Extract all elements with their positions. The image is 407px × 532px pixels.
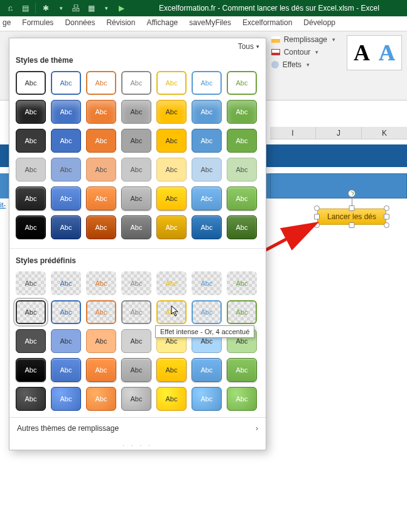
style-swatch[interactable]: Abc: [227, 158, 257, 182]
qat-icon-8[interactable]: ▶: [115, 3, 128, 14]
style-swatch[interactable]: Abc: [86, 300, 116, 324]
style-swatch[interactable]: Abc: [51, 100, 81, 124]
resize-handle-sw[interactable]: [314, 222, 320, 228]
style-swatch[interactable]: Abc: [192, 387, 222, 411]
style-swatch[interactable]: Abc: [121, 71, 151, 95]
style-swatch[interactable]: Abc: [227, 271, 257, 295]
style-swatch[interactable]: Abc: [16, 271, 46, 295]
wordart-preset-black[interactable]: A: [354, 40, 370, 66]
style-swatch[interactable]: Abc: [16, 300, 46, 324]
style-swatch[interactable]: Abc: [86, 187, 116, 210]
ribbon-tab[interactable]: saveMyFiles: [189, 16, 231, 31]
resize-handle-ne[interactable]: [384, 205, 389, 211]
style-swatch[interactable]: Abc: [121, 158, 151, 182]
style-swatch[interactable]: Abc: [192, 158, 222, 182]
qat-icon-1[interactable]: ⎌: [4, 3, 16, 14]
ribbon-tab[interactable]: Formules: [22, 16, 53, 31]
style-swatch[interactable]: Abc: [51, 387, 81, 411]
resize-handle-w[interactable]: [314, 214, 320, 220]
style-swatch[interactable]: Abc: [51, 271, 81, 295]
style-swatch[interactable]: Abc: [121, 329, 151, 353]
style-swatch[interactable]: Abc: [121, 387, 151, 411]
ribbon-tab[interactable]: Affichage: [146, 16, 178, 31]
style-swatch[interactable]: Abc: [156, 358, 187, 382]
style-swatch[interactable]: Abc: [156, 271, 187, 295]
resize-handle-se[interactable]: [384, 222, 389, 228]
style-swatch[interactable]: Abc: [227, 300, 257, 324]
style-swatch[interactable]: Abc: [227, 71, 257, 95]
style-swatch[interactable]: Abc: [227, 358, 257, 382]
shape-effects-button[interactable]: Effets ▾: [271, 60, 335, 69]
style-swatch[interactable]: Abc: [16, 387, 46, 411]
style-swatch[interactable]: Abc: [192, 187, 222, 210]
shape-fill-button[interactable]: Remplissage ▾: [271, 35, 335, 44]
col-header[interactable]: I: [270, 127, 316, 139]
style-swatch[interactable]: Abc: [86, 71, 116, 95]
col-header[interactable]: K: [362, 127, 407, 139]
more-fills-button[interactable]: Autres thèmes de remplissage ›: [9, 417, 266, 439]
style-swatch[interactable]: Abc: [86, 358, 116, 382]
style-swatch[interactable]: Abc: [121, 187, 151, 210]
style-swatch[interactable]: Abc: [16, 215, 46, 239]
style-swatch[interactable]: Abc: [192, 100, 222, 124]
style-swatch[interactable]: Abc: [86, 387, 116, 411]
wordart-preset-blue[interactable]: A: [379, 40, 395, 66]
style-swatch[interactable]: Abc: [51, 158, 81, 182]
qat-icon-5[interactable]: 品: [70, 3, 82, 14]
qat-icon-7[interactable]: ▾: [100, 3, 112, 14]
style-swatch[interactable]: Abc: [156, 71, 187, 95]
style-swatch[interactable]: Abc: [16, 187, 46, 210]
shape-outline-button[interactable]: Contour ▾: [271, 48, 335, 57]
style-swatch[interactable]: Abc: [51, 358, 81, 382]
style-swatch[interactable]: Abc: [121, 300, 151, 324]
style-swatch[interactable]: Abc: [16, 71, 46, 95]
ribbon-tab[interactable]: Révision: [106, 16, 135, 31]
style-swatch[interactable]: Abc: [156, 387, 187, 411]
style-swatch[interactable]: Abc: [16, 329, 46, 353]
qat-icon-4[interactable]: ▾: [55, 3, 67, 14]
style-swatch[interactable]: Abc: [227, 187, 257, 210]
filter-all-button[interactable]: Tous ▾: [238, 42, 259, 51]
style-swatch[interactable]: Abc: [16, 129, 46, 153]
style-swatch[interactable]: Abc: [16, 100, 46, 124]
resize-handle-s[interactable]: [349, 222, 355, 228]
style-swatch[interactable]: Abc: [16, 158, 46, 182]
style-swatch[interactable]: Abc: [51, 129, 81, 153]
style-swatch[interactable]: Abc: [51, 215, 81, 239]
wordart-styles[interactable]: A A: [347, 35, 402, 70]
style-swatch[interactable]: Abc: [192, 71, 222, 95]
link-fragment[interactable]: it-: [0, 201, 6, 209]
style-swatch[interactable]: Abc: [121, 100, 151, 124]
style-swatch[interactable]: Abc: [192, 129, 222, 153]
style-swatch[interactable]: Abc: [121, 271, 151, 295]
qat-icon-3[interactable]: ✱: [40, 3, 52, 14]
style-swatch[interactable]: Abc: [86, 158, 116, 182]
style-swatch[interactable]: Abc: [192, 300, 222, 324]
ribbon-tab[interactable]: ge: [3, 16, 11, 31]
style-swatch[interactable]: Abc: [156, 187, 187, 210]
style-swatch[interactable]: Abc: [121, 129, 151, 153]
style-swatch[interactable]: Abc: [192, 271, 222, 295]
style-swatch[interactable]: Abc: [121, 358, 151, 382]
qat-icon-2[interactable]: ▤: [19, 3, 31, 14]
style-swatch[interactable]: Abc: [16, 358, 46, 382]
ribbon-tab[interactable]: Données: [65, 16, 95, 31]
style-swatch[interactable]: Abc: [121, 215, 151, 239]
style-swatch[interactable]: Abc: [156, 129, 187, 153]
style-swatch[interactable]: Abc: [51, 329, 81, 353]
resize-handle-n[interactable]: [349, 205, 355, 211]
style-swatch[interactable]: Abc: [86, 215, 116, 239]
style-swatch[interactable]: Abc: [192, 358, 222, 382]
style-swatch[interactable]: Abc: [156, 100, 187, 124]
rotation-handle[interactable]: [348, 190, 355, 197]
style-swatch[interactable]: Abc: [51, 300, 81, 324]
style-swatch[interactable]: Abc: [227, 215, 257, 239]
resize-handle-e[interactable]: [384, 214, 389, 220]
style-swatch[interactable]: Abc: [86, 100, 116, 124]
style-swatch[interactable]: Abc: [86, 329, 116, 353]
ribbon-tab[interactable]: Développ: [303, 16, 335, 31]
style-swatch[interactable]: Abc: [227, 100, 257, 124]
style-swatch[interactable]: Abc: [86, 271, 116, 295]
resize-grip[interactable]: . . . .: [9, 439, 266, 450]
style-swatch[interactable]: Abc: [227, 387, 257, 411]
